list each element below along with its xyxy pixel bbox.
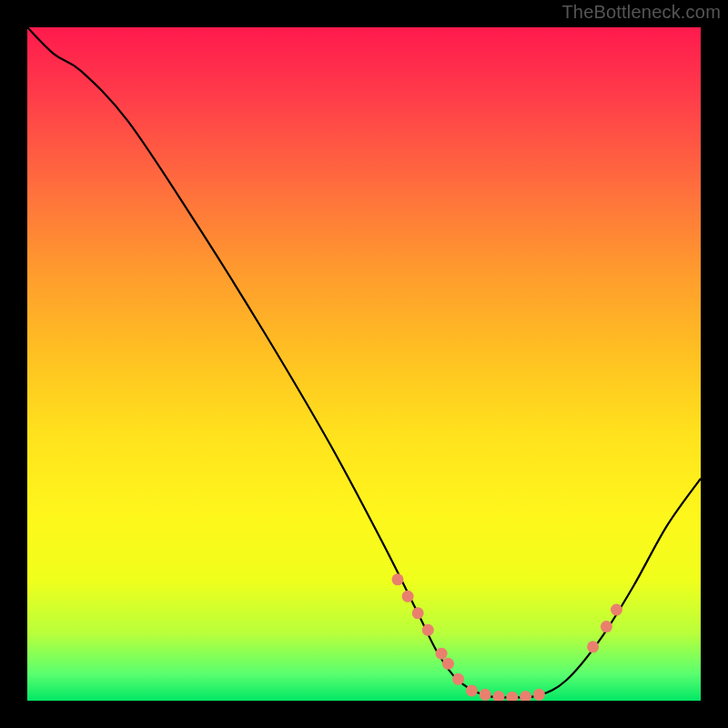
data-marker <box>422 624 434 636</box>
chart-svg <box>27 27 701 701</box>
bottleneck-curve <box>27 27 701 697</box>
data-marker <box>436 648 448 660</box>
data-marker <box>533 689 545 701</box>
data-marker <box>506 692 518 701</box>
attribution-text: TheBottleneck.com <box>561 2 721 23</box>
data-marker <box>412 607 424 619</box>
data-marker <box>601 621 612 632</box>
data-marker <box>466 684 478 696</box>
data-marker <box>611 604 622 616</box>
data-marker <box>392 573 404 585</box>
marker-group <box>392 573 623 701</box>
data-marker <box>452 673 464 685</box>
data-marker <box>587 641 599 652</box>
plot-area <box>27 27 701 701</box>
data-marker <box>402 591 414 602</box>
chart-container: TheBottleneck.com <box>0 0 728 728</box>
data-marker <box>442 658 454 670</box>
data-marker <box>520 691 531 701</box>
data-marker <box>493 691 505 701</box>
data-marker <box>480 689 491 701</box>
